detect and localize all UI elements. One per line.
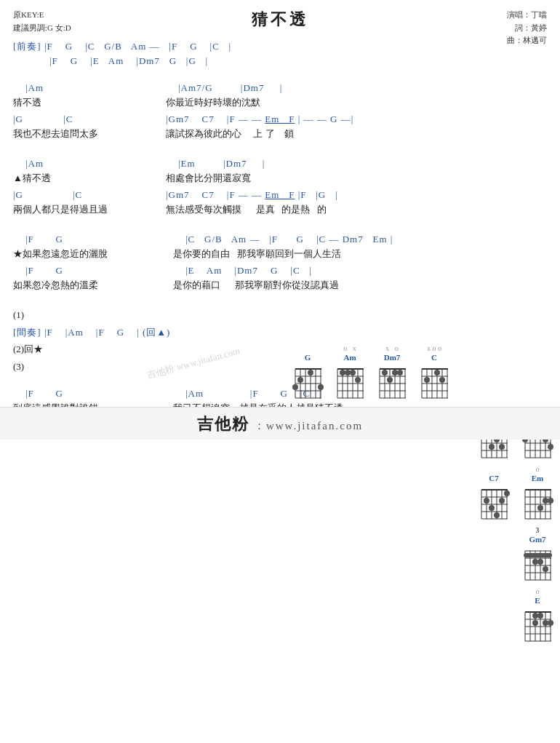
svg-point-60 bbox=[537, 505, 543, 511]
svg-point-13 bbox=[489, 444, 495, 450]
svg-point-87 bbox=[532, 613, 538, 619]
footer-text-jita: 吉他粉 bbox=[197, 415, 249, 433]
svg-point-118 bbox=[340, 370, 345, 376]
svg-point-14 bbox=[499, 444, 505, 450]
svg-point-44 bbox=[499, 498, 505, 504]
svg-point-103 bbox=[292, 384, 298, 390]
interlude-chord: [間奏] |F |Am |F G | (回▲) bbox=[13, 325, 452, 340]
meta-right: 演唱：丁噹 詞：黃婷 曲：林邁可 bbox=[507, 9, 547, 47]
svg-point-91 bbox=[532, 620, 538, 626]
section-verse1: |Am |Am7/G |Dm7 | 猜不透 你最近時好時壞的沈默 |G |C |… bbox=[13, 81, 452, 143]
chord-Dm7-bottom: x o Dm7 bbox=[375, 344, 409, 400]
chorus-lyric-row2: 兩個人都只是得過且過 無法感受每次觸摸 是真 的是熱 的 bbox=[13, 202, 452, 220]
chord-C-bottom: x o o C bbox=[417, 344, 451, 400]
svg-point-88 bbox=[537, 613, 543, 619]
intro-line1: [前奏] |F G |C G/B Am — |F G |C | bbox=[13, 39, 452, 54]
svg-point-148 bbox=[424, 377, 430, 383]
bridge-chord-row1: |F G |C G/B Am — |F G |C — Dm7 Em | bbox=[13, 232, 452, 247]
chorus-chord-row2: |G |C |Gm7 C7 |F — — Em F |F |G | bbox=[13, 188, 452, 202]
meta-left: 原KEY:E 建議男調:G 女:D bbox=[13, 9, 71, 34]
lyricist: 詞：黃婷 bbox=[507, 22, 547, 35]
svg-point-30 bbox=[548, 444, 553, 450]
page-title: 猜不透 bbox=[13, 9, 547, 31]
svg-point-89 bbox=[543, 620, 548, 626]
svg-point-104 bbox=[297, 377, 303, 383]
footer-text-url: ：www.jitafan.com bbox=[254, 420, 363, 432]
svg-point-133 bbox=[382, 370, 388, 376]
intro-line2: |F G |E Am |Dm7 G |G | bbox=[13, 54, 452, 68]
svg-point-74 bbox=[537, 559, 543, 565]
section-intro: [前奏] |F G |C G/B Am — |F G |C | |F G |E … bbox=[13, 39, 452, 68]
svg-point-59 bbox=[548, 498, 553, 504]
verse1-chord-row1: |Am |Am7/G |Dm7 | bbox=[13, 81, 452, 95]
svg-point-134 bbox=[387, 377, 393, 383]
section-bridge: |F G |C G/B Am — |F G |C — Dm7 Em | ★如果忽… bbox=[13, 232, 452, 295]
bridge-lyric-row1: ★如果忽遠忽近的灑脫 是你要的自由 那我寧願回到一個人生活 bbox=[13, 247, 452, 264]
svg-point-121 bbox=[355, 377, 361, 383]
chord-E: o E bbox=[521, 587, 554, 643]
bridge-lyric-row2: 如果忽冷忽熱的溫柔 是你的藉口 那我寧願對你從沒認真過 bbox=[13, 278, 452, 295]
svg-point-75 bbox=[543, 566, 548, 572]
verse1-lyric-row2: 我也不想去追問太多 讓試探為彼此的心 上 了 鎖 bbox=[13, 127, 452, 144]
svg-point-43 bbox=[484, 498, 489, 504]
footer-bar: 吉他粉 ：www.jitafan.com bbox=[0, 407, 560, 440]
header: 原KEY:E 建議男調:G 女:D 猜不透 演唱：丁噹 詞：黃婷 曲：林邁可 bbox=[13, 9, 547, 31]
chorus-chord-row1: |Am |Em |Dm7 | bbox=[13, 156, 452, 171]
chord-Am-bottom: o x Am bbox=[333, 344, 367, 400]
svg-point-106 bbox=[308, 370, 313, 376]
svg-point-46 bbox=[494, 512, 500, 518]
svg-point-119 bbox=[345, 370, 351, 376]
performer: 演唱：丁噹 bbox=[507, 9, 547, 22]
svg-point-135 bbox=[392, 370, 398, 376]
svg-point-42 bbox=[504, 490, 510, 496]
svg-point-73 bbox=[532, 559, 538, 565]
chord-Em: o Em bbox=[521, 465, 554, 520]
suggested-key: 建議男調:G 女:D bbox=[13, 22, 71, 35]
svg-point-58 bbox=[543, 498, 548, 504]
num-label-1: (1) bbox=[13, 308, 452, 322]
chord-C7: C7 bbox=[477, 465, 511, 520]
svg-point-45 bbox=[489, 505, 495, 511]
verse1-chord-row2: |G |C |Gm7 C7 |F — — Em F | — — G —| bbox=[13, 112, 452, 127]
section-chorus: |Am |Em |Dm7 | ▲猜不透 相處會比分開還寂寬 |G |C |Gm7… bbox=[13, 156, 452, 219]
chorus-lyric-row1: ▲猜不透 相處會比分開還寂寬 bbox=[13, 171, 452, 188]
svg-point-90 bbox=[548, 620, 553, 626]
svg-point-150 bbox=[439, 377, 445, 383]
svg-point-120 bbox=[350, 370, 356, 376]
svg-point-149 bbox=[434, 370, 440, 376]
chord-Gm7: 3 Gm7 bbox=[521, 526, 554, 581]
chord-G-bottom: G bbox=[291, 344, 324, 400]
bottom-chord-diagrams: G o x Am bbox=[291, 344, 553, 400]
right-chord-diagrams: x x F bbox=[477, 404, 554, 648]
page: 原KEY:E 建議男調:G 女:D 猜不透 演唱：丁噹 詞：黃婷 曲：林邁可 [… bbox=[0, 0, 560, 440]
svg-point-136 bbox=[397, 370, 403, 376]
composer: 曲：林邁可 bbox=[507, 34, 547, 47]
verse1-lyric-row1: 猜不透 你最近時好時壞的沈默 bbox=[13, 95, 452, 113]
svg-point-105 bbox=[318, 384, 324, 390]
original-key: 原KEY:E bbox=[13, 9, 71, 22]
svg-rect-72 bbox=[524, 553, 552, 557]
bridge-chord-row2: |F G |E Am |Dm7 G |C | bbox=[13, 263, 452, 278]
